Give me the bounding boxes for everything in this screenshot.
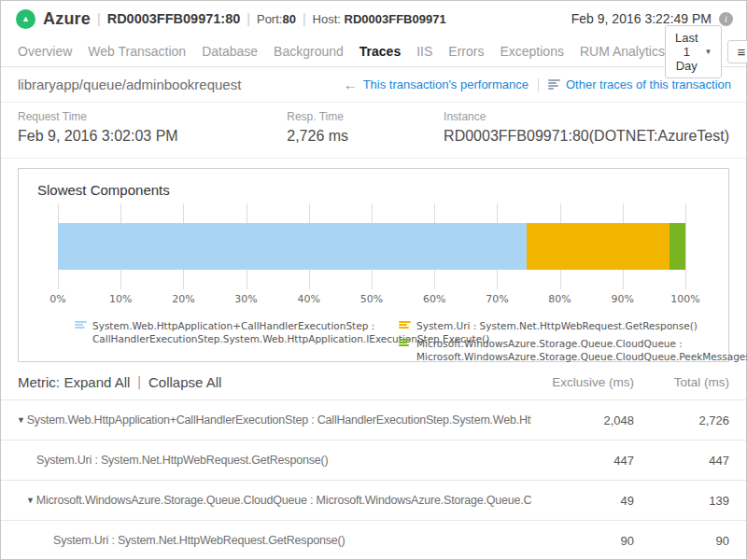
axis-tick: 30%: [234, 293, 257, 305]
performance-link-label: This transaction's performance: [363, 77, 529, 91]
axis-tick: 100%: [670, 293, 699, 305]
transaction-links: ← This transaction's performance Other t…: [344, 77, 731, 92]
other-traces-link-label: Other traces of this transaction: [566, 77, 731, 91]
total-value: 447: [634, 454, 729, 468]
axis-tick: 10%: [109, 293, 132, 305]
legend-swatch-icon: [399, 321, 411, 332]
host-info: Host: RD0003FFB09971: [313, 12, 446, 26]
table-row[interactable]: ▼ Microsoft.WindowsAzure.Storage.Queue.C…: [1, 480, 746, 520]
info-glyph: i: [725, 14, 727, 24]
port-value: 80: [282, 12, 295, 26]
chevron-down-icon: ▼: [705, 48, 712, 56]
other-traces-link[interactable]: Other traces of this transaction: [548, 77, 731, 91]
nav-bar: Overview Web Transaction Database Backgr…: [1, 36, 746, 67]
hamburger-icon: ≡: [737, 45, 745, 59]
tab-errors[interactable]: Errors: [448, 44, 484, 59]
total-value: 90: [634, 534, 729, 548]
chart-plot-area: [58, 203, 685, 289]
info-icon[interactable]: i: [719, 12, 733, 26]
time-range-dropdown[interactable]: Last 1 Day ▼: [665, 25, 723, 78]
resp-time-detail: Resp. Time 2,726 ms: [287, 110, 444, 158]
axis-tick: 0%: [49, 293, 65, 305]
bar-segment-execute[interactable]: [58, 223, 527, 270]
monitor-name: RD0003FFB09971:80: [107, 11, 241, 26]
separator: |: [97, 11, 101, 26]
tab-web-transaction[interactable]: Web Transaction: [88, 44, 186, 59]
logo-arrow-glyph: ▲: [21, 14, 30, 22]
divider: [538, 78, 539, 91]
host-value: RD0003FFB09971: [345, 12, 446, 26]
axis-tick: 20%: [172, 293, 194, 305]
instance-label: Instance: [444, 110, 729, 123]
legend-item-execute[interactable]: System.Web.HttpApplication+CallHandlerEx…: [75, 319, 399, 345]
exclusive-value: 90: [531, 534, 634, 548]
separator: |: [303, 11, 306, 26]
collapse-caret-icon[interactable]: ▼: [26, 496, 35, 505]
exclusive-value: 2,048: [531, 413, 634, 427]
chart-legend: System.Web.HttpApplication+CallHandlerEx…: [75, 319, 710, 364]
resp-time-value: 2,726 ms: [287, 128, 444, 145]
tab-iis[interactable]: IIS: [416, 44, 432, 59]
legend-item-getresponse[interactable]: System.Uri : System.Net.HttpWebRequest.G…: [399, 319, 747, 332]
host-label: Host:: [313, 12, 345, 26]
collapse-all-button[interactable]: Collapse All: [148, 374, 221, 390]
request-time-label: Request Time: [18, 110, 287, 123]
transaction-name: libraryapp/queue/adminbookrequest: [18, 77, 241, 92]
bar-segment-getresponse[interactable]: [527, 223, 669, 270]
app-header: ▲ Azure | RD0003FFB09971:80 | Port:80 | …: [1, 1, 746, 36]
axis-tick: 60%: [423, 293, 445, 305]
column-header-exclusive: Exclusive (ms): [531, 375, 634, 389]
back-arrow-icon: ←: [344, 77, 358, 92]
port-info: Port:80: [257, 12, 296, 26]
header-timestamp: Feb 9, 2016 3:22:49 PM: [571, 11, 712, 26]
slowest-components-chart: Slowest Components 0% 10% 20% 30% 40%: [18, 168, 729, 362]
tab-rum-analytics[interactable]: RUM Analytics: [580, 44, 665, 59]
table-row[interactable]: System.Uri : System.Net.HttpWebRequest.G…: [1, 440, 746, 480]
exclusive-value: 49: [531, 494, 634, 508]
transaction-performance-link[interactable]: ← This transaction's performance: [344, 77, 529, 92]
collapse-caret-icon[interactable]: ▼: [17, 415, 25, 425]
axis-tick: 80%: [548, 293, 571, 305]
resp-time-label: Resp. Time: [287, 110, 444, 123]
legend-swatch-icon: [399, 339, 411, 363]
axis-tick: 40%: [298, 293, 320, 305]
exclusive-value: 447: [531, 454, 634, 468]
transaction-header: libraryapp/queue/adminbookrequest ← This…: [1, 67, 746, 103]
port-label: Port:: [257, 12, 282, 26]
axis-tick: 90%: [612, 293, 634, 305]
instance-value: RD0003FFB09971:80(DOTNET:AzureTest): [444, 128, 729, 145]
metric-label: Metric:: [18, 374, 60, 390]
legend-label: Microsoft.WindowsAzure.Storage.Queue.Clo…: [416, 337, 747, 363]
menu-button[interactable]: ≡: [727, 40, 747, 63]
legend-label: System.Uri : System.Net.HttpWebRequest.G…: [416, 319, 698, 332]
table-row[interactable]: System.Uri : System.Net.HttpWebRequest.G…: [1, 520, 746, 560]
tab-background[interactable]: Background: [274, 44, 344, 59]
axis-tick: 50%: [360, 293, 383, 305]
tab-database[interactable]: Database: [202, 44, 258, 59]
trace-list-icon: [548, 79, 560, 90]
metric-name: System.Web.HttpApplication+CallHandlerEx…: [27, 413, 531, 427]
metric-name: System.Uri : System.Net.HttpWebRequest.G…: [53, 534, 345, 547]
request-time-value: Feb 9, 2016 3:02:03 PM: [18, 128, 287, 145]
total-value: 139: [634, 494, 729, 508]
legend-swatch-icon: [75, 321, 87, 345]
metric-name: Microsoft.WindowsAzure.Storage.Queue.Clo…: [36, 494, 531, 507]
request-time-detail: Request Time Feb 9, 2016 3:02:03 PM: [18, 110, 287, 158]
stacked-bar: [58, 223, 685, 270]
tab-traces[interactable]: Traces: [359, 44, 401, 59]
metric-name: System.Uri : System.Net.HttpWebRequest.G…: [36, 454, 328, 467]
metric-table-header: Metric: Expand All | Collapse All Exclus…: [1, 362, 746, 399]
bar-segment-peekmessages[interactable]: [669, 223, 685, 270]
table-row[interactable]: ▼ System.Web.HttpApplication+CallHandler…: [1, 399, 746, 440]
separator: |: [137, 374, 141, 389]
legend-item-peekmessages[interactable]: Microsoft.WindowsAzure.Storage.Queue.Clo…: [399, 337, 747, 363]
tab-list: Overview Web Transaction Database Backgr…: [18, 44, 665, 59]
chart-title: Slowest Components: [19, 169, 728, 198]
site24x7-logo-icon: ▲: [16, 9, 35, 29]
app-window: ▲ Azure | RD0003FFB09971:80 | Port:80 | …: [0, 0, 747, 560]
expand-all-button[interactable]: Expand All: [63, 374, 130, 390]
trace-details: Request Time Feb 9, 2016 3:02:03 PM Resp…: [1, 103, 746, 159]
tab-overview[interactable]: Overview: [18, 44, 72, 59]
tab-exceptions[interactable]: Exceptions: [500, 44, 563, 59]
separator: |: [247, 11, 250, 26]
